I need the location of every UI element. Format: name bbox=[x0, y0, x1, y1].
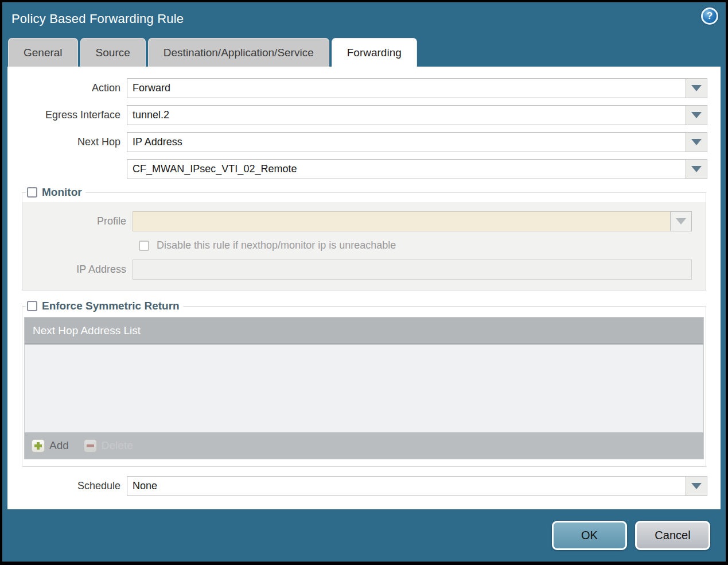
forwarding-tab-panel: Action Egress Interface Next Hop bbox=[7, 67, 721, 509]
monitor-legend-label: Monitor bbox=[42, 186, 82, 199]
delete-button: Delete bbox=[84, 439, 133, 452]
schedule-combo bbox=[127, 476, 707, 496]
symmetric-return-legend-label: Enforce Symmetric Return bbox=[42, 300, 180, 312]
policy-based-forwarding-dialog: Policy Based Forwarding Rule ? General S… bbox=[2, 2, 726, 562]
action-combo bbox=[127, 78, 707, 98]
action-row: Action bbox=[7, 78, 707, 98]
next-hop-address-dropdown-button[interactable] bbox=[686, 159, 707, 179]
action-dropdown-button[interactable] bbox=[686, 78, 707, 98]
monitor-ip-input bbox=[133, 260, 692, 280]
symmetric-return-fieldset: Enforce Symmetric Return Next Hop Addres… bbox=[22, 300, 706, 467]
tab-source[interactable]: Source bbox=[80, 38, 146, 67]
dialog-footer: OK Cancel bbox=[2, 508, 726, 562]
profile-input bbox=[133, 211, 670, 231]
disable-rule-label: Disable this rule if nexthop/monitor ip … bbox=[157, 239, 396, 251]
next-hop-address-list-table: Next Hop Address List Add Delete bbox=[24, 317, 704, 459]
monitor-ip-label: IP Address bbox=[22, 264, 133, 276]
next-hop-label: Next Hop bbox=[7, 136, 127, 148]
monitor-legend: Monitor bbox=[26, 186, 85, 199]
next-hop-address-input[interactable] bbox=[127, 159, 686, 179]
minus-icon bbox=[84, 439, 97, 452]
next-hop-address-row bbox=[7, 159, 707, 179]
schedule-label: Schedule bbox=[7, 480, 127, 492]
egress-interface-input[interactable] bbox=[127, 105, 686, 125]
next-hop-address-combo bbox=[127, 159, 707, 179]
tab-label: Source bbox=[96, 47, 130, 59]
monitor-profile-row: Profile bbox=[22, 211, 692, 231]
monitor-ip-row: IP Address bbox=[22, 260, 692, 280]
tab-bar: General Source Destination/Application/S… bbox=[8, 38, 417, 67]
disable-rule-checkbox bbox=[139, 241, 149, 251]
tab-forwarding[interactable]: Forwarding bbox=[332, 38, 417, 67]
symmetric-return-legend: Enforce Symmetric Return bbox=[26, 300, 183, 312]
next-hop-address-list-header: Next Hop Address List bbox=[25, 318, 703, 345]
dialog-titlebar: Policy Based Forwarding Rule ? bbox=[2, 2, 726, 38]
cancel-button[interactable]: Cancel bbox=[635, 521, 710, 550]
tab-destination-application-service[interactable]: Destination/Application/Service bbox=[148, 38, 329, 67]
profile-dropdown-button bbox=[670, 211, 692, 231]
chevron-down-icon bbox=[676, 218, 686, 225]
chevron-down-icon bbox=[691, 483, 702, 489]
chevron-down-icon bbox=[691, 112, 702, 118]
chevron-down-icon bbox=[691, 166, 702, 172]
next-hop-row: Next Hop bbox=[7, 132, 707, 152]
tab-label: General bbox=[24, 47, 63, 59]
monitor-fieldset: Monitor Profile Disable this rule if nex… bbox=[22, 186, 706, 291]
egress-interface-combo bbox=[127, 105, 707, 125]
next-hop-address-list-body[interactable] bbox=[25, 345, 703, 432]
profile-label: Profile bbox=[22, 215, 133, 227]
add-button-label: Add bbox=[49, 439, 69, 452]
next-hop-combo bbox=[127, 132, 707, 152]
egress-interface-dropdown-button[interactable] bbox=[686, 105, 707, 125]
schedule-row: Schedule bbox=[7, 476, 707, 496]
add-button[interactable]: Add bbox=[32, 439, 69, 452]
action-input[interactable] bbox=[127, 78, 686, 98]
egress-interface-label: Egress Interface bbox=[7, 109, 127, 121]
monitor-panel: Profile Disable this rule if nexthop/mon… bbox=[22, 202, 706, 290]
help-glyph: ? bbox=[707, 10, 713, 22]
ok-button[interactable]: OK bbox=[552, 521, 627, 550]
delete-button-label: Delete bbox=[102, 439, 133, 452]
next-hop-type-input[interactable] bbox=[127, 132, 686, 152]
tab-general[interactable]: General bbox=[8, 38, 78, 67]
symmetric-return-checkbox[interactable] bbox=[27, 301, 37, 311]
action-label: Action bbox=[7, 82, 127, 94]
next-hop-dropdown-button[interactable] bbox=[686, 132, 707, 152]
tab-label: Forwarding bbox=[347, 47, 402, 59]
dialog-title: Policy Based Forwarding Rule bbox=[11, 11, 184, 26]
tab-label: Destination/Application/Service bbox=[163, 47, 314, 59]
monitor-checkbox[interactable] bbox=[27, 187, 37, 198]
next-hop-address-list-toolbar: Add Delete bbox=[25, 432, 703, 459]
chevron-down-icon bbox=[691, 85, 702, 91]
egress-interface-row: Egress Interface bbox=[7, 105, 707, 125]
next-hop-address-list-header-label: Next Hop Address List bbox=[33, 324, 141, 337]
chevron-down-icon bbox=[691, 139, 702, 145]
schedule-dropdown-button[interactable] bbox=[686, 476, 707, 496]
monitor-disable-row: Disable this rule if nexthop/monitor ip … bbox=[139, 239, 706, 251]
help-icon[interactable]: ? bbox=[701, 7, 718, 25]
plus-icon bbox=[32, 439, 45, 452]
schedule-input[interactable] bbox=[127, 476, 686, 496]
